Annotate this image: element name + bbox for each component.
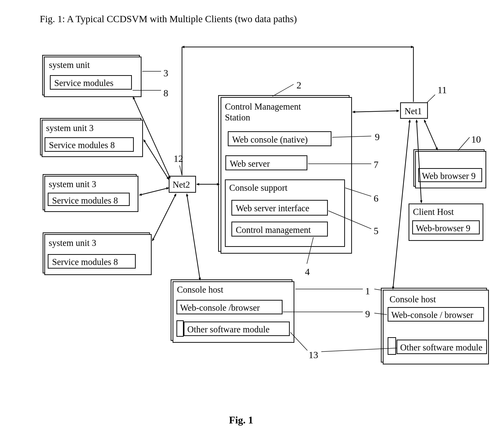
console-host-2-module2: Other software module xyxy=(397,340,487,354)
net1-label: Net1 xyxy=(404,106,422,116)
svg-line-12 xyxy=(424,120,438,150)
ref-6: 6 xyxy=(374,193,379,204)
client-host-2-module-label: Web-browser 9 xyxy=(416,223,470,233)
svg-line-7 xyxy=(139,188,169,195)
svg-line-14 xyxy=(393,120,410,289)
ref-1: 1 xyxy=(365,285,370,297)
console-host-2-stub xyxy=(388,337,396,355)
cms-cm-label: Control management xyxy=(236,225,311,235)
svg-line-16 xyxy=(427,95,435,102)
cms-title-line1: Control Management xyxy=(225,101,301,112)
system-unit-3-title: system unit 3 xyxy=(49,179,96,189)
system-unit-4-title: system unit 3 xyxy=(49,238,96,248)
ref-13: 13 xyxy=(308,349,318,360)
cms-title-line2: Station xyxy=(225,112,250,123)
cms-web-console-label: Web console (native) xyxy=(232,134,308,145)
console-host-1-module1-label: Web-console /browser xyxy=(180,302,260,313)
ref-11: 11 xyxy=(438,84,447,96)
ref-9b: 9 xyxy=(365,308,370,320)
console-host-1-module1: Web-console /browser xyxy=(176,300,283,314)
cms-console-support-label: Console support xyxy=(229,183,287,193)
svg-line-10 xyxy=(187,194,200,280)
net2-label: Net2 xyxy=(173,179,190,190)
system-unit-4-module-label: Service modules 8 xyxy=(52,257,118,267)
ref-9a: 9 xyxy=(375,131,380,143)
svg-line-15 xyxy=(272,84,294,96)
system-unit-3-module-label: Service modules 8 xyxy=(52,195,118,206)
system-unit-2-module: Service modules 8 xyxy=(45,137,134,152)
client-host-1-module-label: Web browser 9 xyxy=(422,171,476,181)
ref-12: 12 xyxy=(174,153,183,164)
console-host-2-module1: Web-console / browser xyxy=(388,307,484,321)
console-host-2-module2-label: Other software module xyxy=(400,342,482,353)
svg-line-8 xyxy=(152,194,176,241)
ref-5: 5 xyxy=(374,225,379,237)
console-host-1-module2: Other software module xyxy=(184,321,290,336)
system-unit-1-module-label: Service modules xyxy=(54,78,113,88)
console-host-1-module2-label: Other software module xyxy=(187,324,269,335)
cms-control-management: Control management xyxy=(231,222,328,237)
ref-4: 4 xyxy=(305,266,310,278)
system-unit-1-title: system unit xyxy=(49,60,90,70)
ref-3: 3 xyxy=(164,68,168,79)
net2-box: Net2 xyxy=(169,176,196,193)
console-host-1-stub xyxy=(176,320,184,337)
ref-2: 2 xyxy=(297,80,301,91)
svg-line-11 xyxy=(353,111,399,112)
system-unit-2-module-label: Service modules 8 xyxy=(49,140,115,150)
net1-box: Net1 xyxy=(400,102,428,119)
figure-title: Fig. 1: A Typical CCDSVM with Multiple C… xyxy=(40,13,297,25)
figure-number-label: Fig. 1 xyxy=(229,414,253,426)
system-unit-2-title: system unit 3 xyxy=(46,123,93,133)
cms-web-server-interface: Web server interface xyxy=(231,200,328,216)
system-unit-1-module: Service modules xyxy=(50,75,132,90)
svg-line-6 xyxy=(144,140,169,179)
system-unit-3-module: Service modules 8 xyxy=(48,193,130,206)
cms-web-server-label: Web server xyxy=(230,159,270,169)
client-host-2-module: Web-browser 9 xyxy=(412,220,480,234)
cms-web-console: Web console (native) xyxy=(228,131,331,146)
console-host-1-title: Console host xyxy=(177,284,223,295)
ref-7: 7 xyxy=(374,159,379,170)
cms-web-server: Web server xyxy=(226,155,307,170)
system-unit-4-module: Service modules 8 xyxy=(48,254,136,269)
client-host-2-title: Client Host xyxy=(413,207,454,217)
cms-wsi-label: Web server interface xyxy=(236,203,309,213)
client-host-1-module: Web browser 9 xyxy=(418,168,482,182)
svg-line-22 xyxy=(458,137,470,150)
console-host-2-module1-label: Web-console / browser xyxy=(391,310,473,320)
ref-8: 8 xyxy=(164,88,168,99)
console-host-2-title: Console host xyxy=(390,294,436,304)
svg-line-23 xyxy=(180,166,182,175)
ref-10: 10 xyxy=(471,134,481,145)
